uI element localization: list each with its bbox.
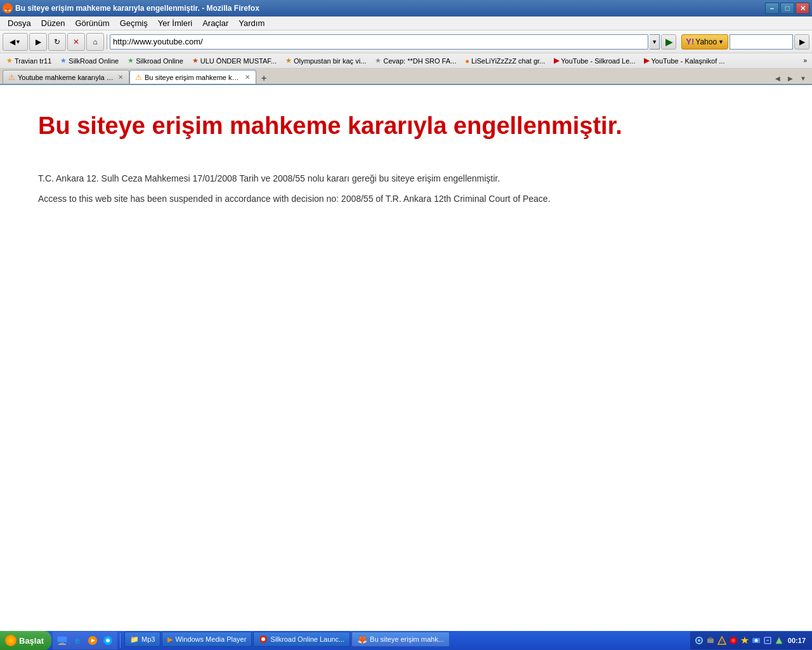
toolbar: ◀ ▼ ▶ ↻ ✕ ⌂ ▼ ▶ Y! Yahoo ▼ ▶ bbox=[0, 30, 812, 53]
reload-icon: ↻ bbox=[54, 37, 60, 46]
ql-ie[interactable]: e bbox=[70, 633, 84, 647]
taskbar-mediaplayer[interactable]: ▶ Windows Media Player bbox=[162, 632, 252, 647]
taskbar-items: 📁 Mp3 ▶ Windows Media Player Silkroad On… bbox=[122, 632, 690, 649]
bookmark-icon: ★ bbox=[60, 56, 67, 65]
start-button[interactable]: Başlat bbox=[0, 631, 51, 650]
home-button[interactable]: ⌂ bbox=[86, 33, 104, 51]
back-button[interactable]: ◀ ▼ bbox=[3, 33, 28, 51]
tabs-scroll-right[interactable]: ▶ bbox=[784, 72, 797, 84]
menu-gorunum[interactable]: Görünüm bbox=[70, 17, 114, 29]
svg-marker-17 bbox=[741, 637, 749, 644]
windows-logo-icon bbox=[5, 635, 16, 646]
tray-icon-1[interactable] bbox=[694, 635, 704, 646]
menu-gecmis[interactable]: Geçmiş bbox=[115, 17, 153, 29]
bookmark-label: SilkRoad Online bbox=[69, 57, 119, 65]
menu-yerimleri[interactable]: Yer İmleri bbox=[153, 17, 197, 29]
bookmark-liseli[interactable]: ● LiSeLiYiZzZzZ chat gr... bbox=[461, 56, 549, 66]
bookmark-label: YouTube - Silkroad Le... bbox=[561, 57, 635, 65]
search-engine-button[interactable]: Y! Yahoo ▼ bbox=[681, 34, 728, 50]
youtube-icon: ▶ bbox=[644, 56, 649, 65]
menu-duzen[interactable]: Düzen bbox=[36, 17, 70, 29]
tray-icon-4[interactable] bbox=[728, 635, 738, 646]
search-engine-label: Yahoo bbox=[695, 37, 717, 46]
svg-rect-11 bbox=[707, 639, 714, 643]
go-button[interactable]: ▶ bbox=[661, 34, 676, 50]
folder-icon: 📁 bbox=[130, 635, 139, 644]
url-input[interactable] bbox=[110, 34, 648, 50]
tray-icon-3[interactable]: ! bbox=[717, 635, 727, 646]
tray-icon-8[interactable] bbox=[774, 635, 784, 646]
back-dropdown-icon: ▼ bbox=[15, 39, 21, 45]
bookmark-youtube2[interactable]: ▶ YouTube - Kalaşnikof ... bbox=[640, 55, 728, 66]
minimize-button[interactable]: – bbox=[765, 3, 779, 14]
svg-point-10 bbox=[698, 639, 700, 642]
stop-button[interactable]: ✕ bbox=[67, 33, 85, 51]
bookmark-ulunder[interactable]: ★ ULU ÖNDER MUSTAF... bbox=[188, 55, 280, 66]
menu-yardim[interactable]: Yardım bbox=[233, 17, 270, 29]
blocked-text-turkish: T.C. Ankara 12. Sulh Ceza Mahkemesi 17/0… bbox=[38, 173, 500, 183]
tray-icon-7[interactable] bbox=[763, 635, 773, 646]
tab-label-0: Youtube mahkeme kararıyla yeniden k... bbox=[18, 74, 115, 81]
tray-icon-2[interactable] bbox=[705, 635, 716, 646]
tab-favicon-1: ⚠ bbox=[135, 73, 142, 82]
tray-icon-6[interactable] bbox=[751, 635, 761, 646]
bookmark-cevap[interactable]: ★ Cevap: **DH SRO FA... bbox=[371, 55, 460, 66]
taskbar-silkroad[interactable]: Silkroad Online Launc... bbox=[253, 632, 350, 647]
svg-text:!: ! bbox=[721, 639, 723, 644]
bookmark-olympus[interactable]: ★ Olympustan bir kaç vi... bbox=[282, 55, 370, 66]
ql-messenger[interactable] bbox=[101, 633, 115, 647]
svg-point-8 bbox=[261, 637, 265, 641]
svg-point-6 bbox=[106, 639, 110, 642]
close-button[interactable]: ✕ bbox=[796, 3, 809, 14]
tab-close-1[interactable]: ✕ bbox=[244, 74, 251, 81]
window-title: Bu siteye erişim mahkeme kararıyla engel… bbox=[15, 4, 765, 13]
taskbar-mp3[interactable]: 📁 Mp3 bbox=[124, 632, 160, 647]
search-input[interactable] bbox=[730, 34, 793, 50]
bookmark-label: Travian tr11 bbox=[15, 57, 51, 65]
search-engine-dropdown-icon: ▼ bbox=[718, 39, 724, 45]
ql-media-player[interactable] bbox=[86, 633, 100, 647]
bookmark-label: LiSeLiYiZzZzZ chat gr... bbox=[471, 57, 545, 65]
tab-label-1: Bu siteye erişim mahkeme kararı... bbox=[145, 74, 241, 81]
maximize-button[interactable]: □ bbox=[780, 3, 794, 14]
search-go-icon: ▶ bbox=[799, 37, 805, 46]
bookmark-icon: ★ bbox=[128, 56, 134, 65]
forward-button[interactable]: ▶ bbox=[29, 33, 47, 51]
start-label: Başlat bbox=[19, 636, 44, 646]
search-bar: Y! Yahoo ▼ ▶ bbox=[681, 34, 809, 50]
bookmark-youtube1[interactable]: ▶ YouTube - Silkroad Le... bbox=[550, 55, 639, 66]
new-tab-button[interactable]: + bbox=[258, 72, 270, 84]
bookmarks-more-button[interactable]: » bbox=[801, 56, 809, 65]
go-icon: ▶ bbox=[665, 37, 672, 47]
forward-icon: ▶ bbox=[36, 37, 41, 46]
tabs-scroll-left[interactable]: ◀ bbox=[771, 72, 784, 84]
tabs-dropdown[interactable]: ▼ bbox=[797, 72, 809, 84]
bookmark-icon: ★ bbox=[192, 56, 199, 65]
ql-desktop[interactable] bbox=[55, 633, 69, 647]
bookmark-silkroad1[interactable]: ★ SilkRoad Online bbox=[56, 55, 122, 66]
menu-dosya[interactable]: Dosya bbox=[3, 17, 36, 29]
search-go-button[interactable]: ▶ bbox=[794, 34, 809, 50]
reload-button[interactable]: ↻ bbox=[48, 33, 66, 51]
blocked-text-english: Access to this web site has been suspend… bbox=[38, 194, 551, 204]
url-dropdown-button[interactable]: ▼ bbox=[650, 34, 660, 50]
system-clock: 00:17 bbox=[785, 637, 808, 644]
svg-marker-22 bbox=[776, 637, 782, 644]
taskbar-item-label: Windows Media Player bbox=[175, 635, 246, 643]
firefox-logo-icon: 🦊 bbox=[3, 3, 13, 13]
blocked-heading: Bu siteye erişim mahkeme kararıyla engel… bbox=[38, 110, 622, 142]
bookmark-icon: ★ bbox=[375, 56, 381, 65]
tab-0[interactable]: ⚠ Youtube mahkeme kararıyla yeniden k...… bbox=[3, 70, 129, 84]
tab-1[interactable]: ⚠ Bu siteye erişim mahkeme kararı... ✕ bbox=[129, 70, 256, 84]
silkroad-icon bbox=[259, 635, 268, 644]
menu-araclar[interactable]: Araçlar bbox=[197, 17, 233, 29]
tab-close-0[interactable]: ✕ bbox=[118, 74, 124, 81]
bookmark-silkroad2[interactable]: ★ Silkroad Online bbox=[124, 55, 187, 66]
tray-icon-5[interactable] bbox=[740, 635, 750, 646]
youtube-icon: ▶ bbox=[554, 56, 559, 65]
taskbar-firefox[interactable]: 🦊 Bu siteye erişim mahk... bbox=[351, 632, 450, 647]
toolbar-separator bbox=[107, 34, 107, 50]
system-tray: ! 00:17 bbox=[690, 632, 812, 649]
bookmark-travian[interactable]: ★ Travian tr11 bbox=[3, 55, 55, 66]
menubar: Dosya Düzen Görünüm Geçmiş Yer İmleri Ar… bbox=[0, 17, 812, 30]
